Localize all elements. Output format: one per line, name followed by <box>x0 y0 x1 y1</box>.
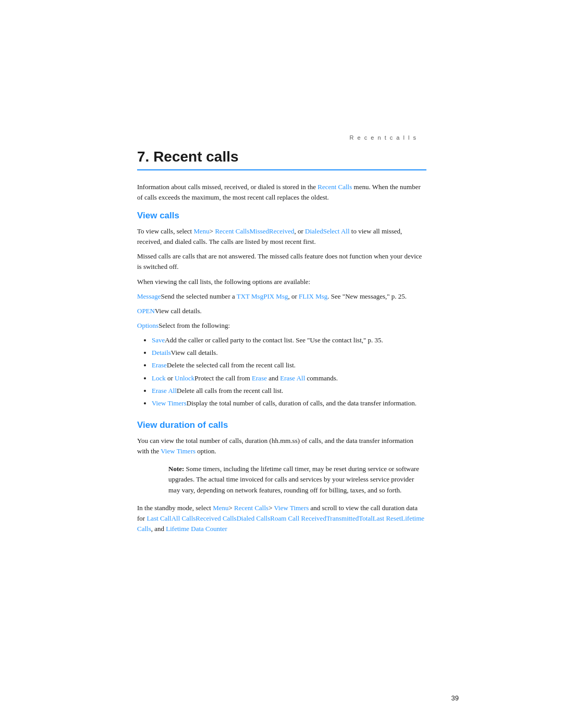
view-calls-paragraph3: When viewing the call lists, the followi… <box>137 277 426 287</box>
erase-all-link[interactable]: Erase All <box>152 387 177 394</box>
note-content: Note: Some timers, including the lifetim… <box>168 464 426 495</box>
bullet-lock-unlock: Lock or UnlockProtect the call from Eras… <box>152 373 426 384</box>
view-timers-link[interactable]: View Timers <box>152 399 187 407</box>
menu-link-2[interactable]: Menu <box>213 504 228 512</box>
view-timers-text: Display the total number of calls, durat… <box>187 399 417 407</box>
dialed-calls-link[interactable]: Dialed Calls <box>237 514 271 522</box>
all-calls-link[interactable]: All Calls <box>172 514 196 522</box>
recent-calls-link-2[interactable]: Recent Calls <box>234 504 268 512</box>
open-link[interactable]: OPEN <box>137 307 155 315</box>
total-link[interactable]: Total <box>359 514 373 522</box>
erase-all-link-2[interactable]: Erase All <box>280 374 305 382</box>
section-header: R e c e n t c a l l s <box>350 134 417 141</box>
recent-calls-link-1[interactable]: Recent Calls <box>215 227 249 235</box>
pix-msg-link[interactable]: PIX Msg <box>263 292 288 300</box>
lock-text-2: and <box>267 374 280 382</box>
message-text: Send the selected number a <box>161 292 237 300</box>
bullet-erase: EraseDelete the selected call from the r… <box>152 360 426 371</box>
vc-para3-text: When viewing the call lists, the followi… <box>137 278 310 286</box>
vc-sep1: > <box>210 227 215 235</box>
save-text: Add the caller or called party to the co… <box>165 336 383 344</box>
erase-link-2[interactable]: Erase <box>252 374 267 382</box>
transmitted-link[interactable]: Transmitted <box>326 514 359 522</box>
note-text-content: Some timers, including the lifetime call… <box>168 465 419 493</box>
intro-paragraph: Information about calls missed, received… <box>137 182 426 202</box>
received-calls-link[interactable]: Received Calls <box>195 514 236 522</box>
vd-sep2: > <box>268 504 274 512</box>
erase-all-text: Delete all calls from the recent call li… <box>177 387 283 394</box>
view-calls-paragraph1: To view calls, select Menu> Recent Calls… <box>137 226 426 247</box>
options-bullet-list: SaveAdd the caller or called party to th… <box>152 335 426 409</box>
vc-para1-start: To view calls, select <box>137 227 193 235</box>
lifetime-data-link[interactable]: Lifetime Data Counter <box>166 525 227 533</box>
vc-sep2: , or <box>294 227 305 235</box>
bullet-save: SaveAdd the caller or called party to th… <box>152 335 426 346</box>
view-duration-title-text: View duration of calls <box>137 420 228 430</box>
page-number-text: 39 <box>451 694 459 702</box>
missed-link[interactable]: Missed <box>249 227 269 235</box>
view-duration-section: View duration of calls You can view the … <box>137 420 426 534</box>
vd-para2-start: In the standby mode, select <box>137 504 213 512</box>
save-link[interactable]: Save <box>152 336 165 344</box>
bullet-view-timers: View TimersDisplay the total number of c… <box>152 398 426 409</box>
vd-sep1: > <box>228 504 234 512</box>
lock-text-1: Protect the call from <box>194 374 252 382</box>
view-calls-paragraph2: Missed calls are calls that are not answ… <box>137 251 426 272</box>
erase-text: Delete the selected call from the recent… <box>167 361 296 369</box>
note-label: Note: <box>168 465 184 473</box>
flix-msg-link[interactable]: FLIX Msg <box>299 292 327 300</box>
message-link[interactable]: Message <box>137 292 161 300</box>
chapter-title: 7. Recent calls <box>137 149 426 170</box>
page-number: 39 <box>451 694 459 702</box>
vd-para1-end: option. <box>195 447 216 455</box>
view-duration-title: View duration of calls <box>137 420 426 430</box>
erase-link[interactable]: Erase <box>152 361 167 369</box>
view-timers-link-2[interactable]: View Timers <box>161 447 195 455</box>
select-all-link[interactable]: Select All <box>323 227 350 235</box>
options-link[interactable]: Options <box>137 322 158 329</box>
received-link[interactable]: Received <box>269 227 294 235</box>
vc-para2-text: Missed calls are calls that are not answ… <box>137 252 422 270</box>
chapter-title-text: Recent calls <box>153 149 238 165</box>
options-option: OptionsSelect from the following: <box>137 320 426 331</box>
open-option: OPENView call details. <box>137 306 426 316</box>
msg-end: . See "New messages," p. 25. <box>327 292 407 300</box>
message-option: MessageSend the selected number a TXT Ms… <box>137 291 426 302</box>
bullet-details: DetailsView call details. <box>152 348 426 358</box>
vd-para2-and: , and <box>151 525 166 533</box>
details-link[interactable]: Details <box>152 349 171 356</box>
last-reset-link[interactable]: Last Reset <box>373 514 401 522</box>
details-text: View call details. <box>171 349 218 356</box>
note-box: Note: Some timers, including the lifetim… <box>137 464 426 495</box>
dialed-link[interactable]: Dialed <box>305 227 323 235</box>
open-text: View call details. <box>155 307 202 315</box>
last-call-link[interactable]: Last Call <box>146 514 171 522</box>
msg-sep: , or <box>288 292 299 300</box>
view-duration-paragraph1: You can view the total number of calls, … <box>137 436 426 456</box>
page-container: R e c e n t c a l l s 7. Recent calls In… <box>0 0 563 728</box>
lock-text-3: commands. <box>305 374 338 382</box>
lock-link[interactable]: Lock <box>152 374 166 382</box>
options-text: Select from the following: <box>158 322 230 329</box>
bullet-erase-all: Erase AllDelete all calls from the recen… <box>152 386 426 396</box>
chapter-number: 7. <box>137 149 149 165</box>
intro-text-1: Information about calls missed, received… <box>137 183 317 191</box>
content-area: 7. Recent calls Information about calls … <box>137 149 426 538</box>
view-timers-link-3[interactable]: View Timers <box>274 504 309 512</box>
or-text: or <box>166 374 175 382</box>
txt-msg-link[interactable]: TXT Msg <box>237 292 263 300</box>
section-header-text: R e c e n t c a l l s <box>350 134 417 141</box>
view-calls-section-title: View calls <box>137 211 426 221</box>
view-duration-paragraph2: In the standby mode, select Menu> Recent… <box>137 503 426 534</box>
view-calls-title-text: View calls <box>137 211 179 220</box>
recent-calls-link-intro[interactable]: Recent Calls <box>317 183 352 191</box>
menu-link-1[interactable]: Menu <box>193 227 209 235</box>
roam-call-link[interactable]: Roam Call Received <box>270 514 326 522</box>
unlock-link[interactable]: Unlock <box>175 374 194 382</box>
